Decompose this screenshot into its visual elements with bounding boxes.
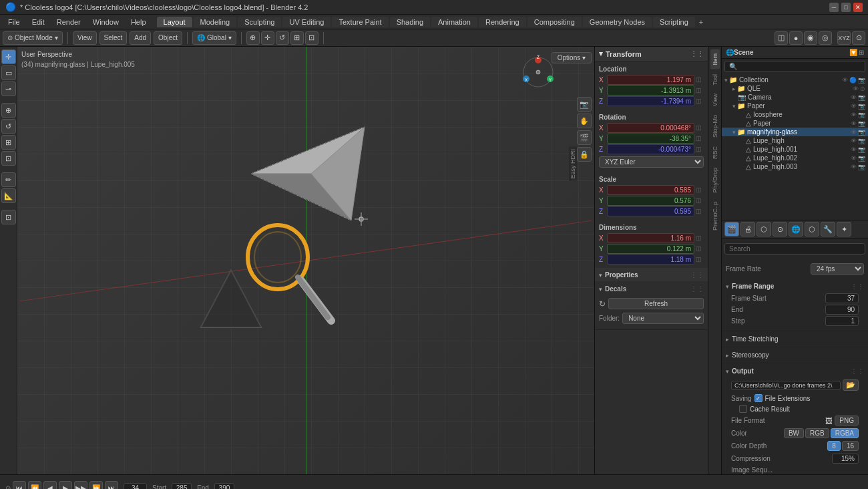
menu-file[interactable]: File	[3, 17, 25, 27]
visibility-icon-paper-coll[interactable]: 👁	[851, 103, 857, 110]
compression-input[interactable]	[832, 454, 859, 464]
mode-selector[interactable]: ⊙ Object Mode ▾	[3, 31, 63, 45]
file-format-value[interactable]: PNG	[835, 416, 859, 426]
scene-props-btn[interactable]: ⊙	[773, 222, 787, 236]
current-frame-input[interactable]	[124, 483, 147, 490]
decals-header[interactable]: ▾ Decals ⋮⋮	[599, 284, 704, 294]
next-frame-btn[interactable]: ▶▶	[74, 481, 87, 489]
world-props-btn[interactable]: 🌐	[789, 222, 803, 236]
rotate-btn[interactable]: ↺	[1, 119, 16, 134]
tab-rbc[interactable]: RBC	[710, 142, 720, 163]
toolbar-select[interactable]: Select	[99, 31, 128, 45]
render-icon-paper[interactable]: 📷	[858, 103, 865, 110]
output-header[interactable]: ▾ Output ⋮⋮	[726, 366, 864, 376]
dim-z-value[interactable]: 1.18 m	[607, 255, 694, 265]
render-icon-lh3[interactable]: 📷	[858, 164, 865, 170]
menu-help[interactable]: Help	[126, 17, 152, 27]
frame-start-input[interactable]	[825, 293, 859, 303]
cursor-btn[interactable]: ✛	[1, 49, 16, 64]
jump-next-key[interactable]: ⏩	[89, 481, 103, 489]
gizmo-btn[interactable]: XYZ	[837, 31, 851, 45]
transform-header[interactable]: ▾ Transform ⋮⋮	[595, 47, 708, 61]
jump-end-btn[interactable]: ⏭	[105, 481, 118, 489]
render-icon-lh1[interactable]: 📷	[858, 146, 865, 153]
move-btn[interactable]: ⊕	[1, 103, 16, 118]
outliner-search-input[interactable]	[724, 61, 865, 72]
stereoscopy-header[interactable]: ▸ Stereoscopy	[726, 350, 864, 360]
visibility-icon-ico[interactable]: 👁	[851, 112, 857, 118]
dim-z-copy[interactable]: ◫	[696, 256, 704, 264]
tree-item-icosphere[interactable]: △ Icosphere 👁 📷	[722, 110, 868, 119]
tree-item-lupe-001[interactable]: △ Lupe_high.001 👁 📷	[722, 145, 868, 154]
dim-y-value[interactable]: 0.122 m	[607, 244, 694, 254]
solid-shade[interactable]: ●	[789, 31, 803, 45]
dim-y-copy[interactable]: ◫	[696, 245, 704, 253]
visibility-icon-paper[interactable]: 👁	[851, 120, 857, 127]
tree-item-magnifier-coll[interactable]: ▾ 📁 magnifying-glass 👁 📷	[722, 128, 868, 136]
tab-premo[interactable]: PremoC..p	[710, 198, 720, 234]
menu-window[interactable]: Window	[87, 17, 124, 27]
tab-rendering[interactable]: Rendering	[479, 17, 526, 27]
transform-tool[interactable]: ⊡	[305, 31, 318, 45]
dim-x-value[interactable]: 1.16 m	[607, 233, 694, 243]
toolbar-view[interactable]: View	[73, 31, 97, 45]
render-icon-col[interactable]: 📷	[858, 77, 865, 84]
loc-y-value[interactable]: -1.3913 m	[607, 86, 694, 96]
render-props-btn[interactable]: 🎬	[724, 222, 739, 236]
tab-uv[interactable]: UV Editing	[282, 17, 331, 27]
color-rgba[interactable]: RGBA	[831, 428, 859, 438]
properties-header[interactable]: ▾ Properties ⋮⋮	[595, 269, 708, 281]
viewport[interactable]: Z Y X Options ▾ 📷 ✋ 🎬 🔒	[17, 47, 594, 474]
start-frame-input[interactable]	[172, 483, 192, 490]
play-btn[interactable]: ▶	[59, 481, 72, 489]
dim-x-copy[interactable]: ◫	[696, 234, 704, 242]
visibility-icon-lh[interactable]: 👁	[851, 138, 857, 144]
tab-layout[interactable]: Layout	[157, 17, 192, 27]
scale-x-copy[interactable]: ◫	[696, 186, 704, 194]
rot-x-value[interactable]: 0.000468°	[607, 123, 694, 133]
output-menu[interactable]: ⋮⋮	[851, 367, 864, 375]
render-view-icon[interactable]: 🎬	[577, 130, 592, 145]
move-tool[interactable]: ✛	[261, 31, 274, 45]
cache-result-checkbox[interactable]	[739, 405, 747, 413]
render-icon-cam[interactable]: 📷	[858, 94, 865, 101]
visibility-icon-mag[interactable]: 👁	[851, 129, 857, 136]
tree-item-lupe-003[interactable]: △ Lupe_high.003 👁 📷	[722, 162, 868, 171]
tab-animation[interactable]: Animation	[431, 17, 477, 27]
loc-x-value[interactable]: 1.197 m	[607, 75, 694, 85]
scale-tool[interactable]: ⊞	[290, 31, 304, 45]
visibility-icon-qle[interactable]: 👁	[853, 86, 859, 92]
rot-x-copy[interactable]: ◫	[696, 124, 704, 132]
tab-item[interactable]: Item	[710, 49, 720, 69]
lasso-btn[interactable]: ⊸	[1, 82, 16, 96]
minimize-button[interactable]: ─	[829, 3, 839, 12]
outliner-sync[interactable]: ⊞	[859, 49, 864, 56]
scale-z-copy[interactable]: ◫	[696, 208, 704, 216]
tab-modeling[interactable]: Modeling	[194, 17, 237, 27]
modifier-props-btn[interactable]: 🔧	[821, 222, 835, 236]
tab-sculpting[interactable]: Sculpting	[238, 17, 281, 27]
tree-item-qle[interactable]: ▸ 📁 QLE 👁 ⊙	[722, 84, 868, 93]
frame-end-input[interactable]	[825, 305, 859, 315]
annotate-btn[interactable]: ✏	[1, 172, 16, 187]
loc-y-copy[interactable]: ◫	[696, 87, 704, 95]
outliner-filter[interactable]: 🔽	[849, 49, 857, 56]
frame-step-input[interactable]	[825, 316, 859, 326]
add-cube-btn[interactable]: ⊡	[1, 210, 16, 224]
render-icon-ico[interactable]: 📷	[858, 112, 865, 118]
props-menu[interactable]: ⋮⋮	[690, 271, 704, 279]
visibility-icon-col[interactable]: 👁	[842, 77, 848, 84]
tab-compositing[interactable]: Compositing	[527, 17, 582, 27]
tab-shading[interactable]: Shading	[390, 17, 430, 27]
toolbar-object[interactable]: Object	[154, 31, 182, 45]
render-icon-mag[interactable]: 📷	[858, 129, 865, 136]
transform-btn[interactable]: ⊡	[1, 151, 16, 166]
lock-icon[interactable]: 🔒	[577, 147, 592, 162]
folder-open-icon[interactable]: 📂	[843, 379, 859, 391]
tab-view[interactable]: View	[710, 90, 720, 110]
obj-props-btn[interactable]: ⬡	[805, 222, 819, 236]
decals-menu[interactable]: ⋮⋮	[690, 285, 704, 293]
rot-y-copy[interactable]: ◫	[696, 135, 704, 143]
scale-y-value[interactable]: 0.576	[607, 196, 694, 206]
tree-item-collection[interactable]: ▾ 📁 Collection 👁 🔵 📷	[722, 75, 868, 84]
